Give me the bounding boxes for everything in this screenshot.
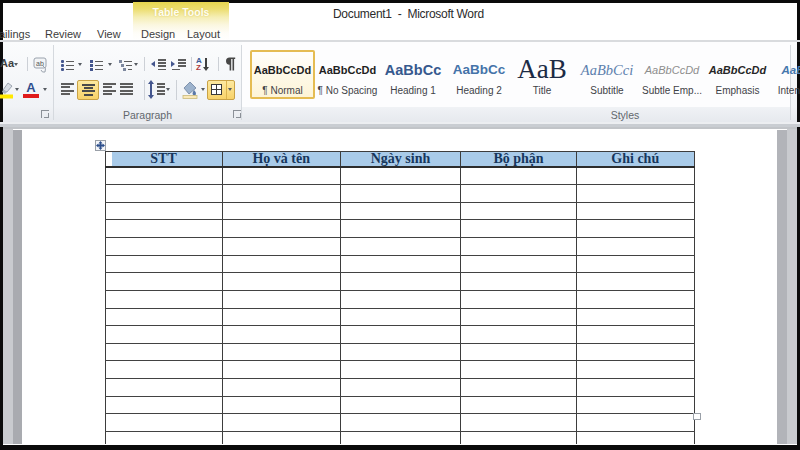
svg-text:ab: ab <box>36 60 44 67</box>
